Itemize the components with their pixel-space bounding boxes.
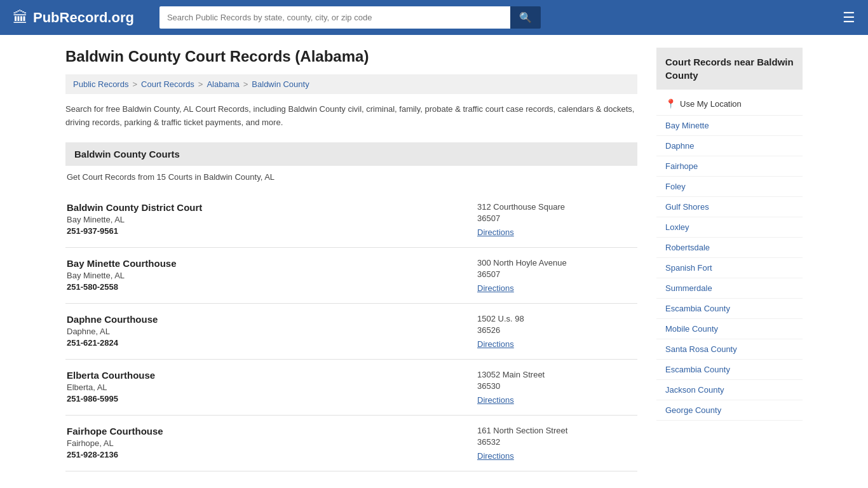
court-city: Bay Minette, AL: [67, 271, 465, 280]
directions-link[interactable]: Directions: [477, 339, 514, 349]
location-pin-icon: 📍: [665, 98, 676, 109]
court-city: Bay Minette, AL: [67, 215, 465, 224]
menu-icon[interactable]: ☰: [843, 10, 855, 26]
search-button[interactable]: 🔍: [510, 6, 541, 29]
court-phone: 251-928-2136: [67, 450, 465, 459]
sidebar-link-item[interactable]: Foley: [656, 177, 803, 197]
court-info: Bay Minette Courthouse Bay Minette, AL 2…: [67, 258, 465, 293]
sidebar-link-item[interactable]: Gulf Shores: [656, 197, 803, 217]
court-item: Fairhope Courthouse Fairhope, AL 251-928…: [65, 416, 637, 471]
court-info: Baldwin County District Court Bay Minett…: [67, 202, 465, 237]
breadcrumb-court-records[interactable]: Court Records: [141, 79, 194, 89]
court-address: 161 North Section Street 36532 Direction…: [477, 426, 636, 461]
sidebar-link-item[interactable]: Jackson County: [656, 380, 803, 400]
court-list: Baldwin County District Court Bay Minett…: [65, 192, 637, 471]
sidebar-link-item[interactable]: Mobile County: [656, 319, 803, 339]
directions-link[interactable]: Directions: [477, 451, 514, 461]
search-icon: 🔍: [519, 12, 532, 23]
sidebar: Court Records near Baldwin County 📍 Use …: [656, 48, 803, 471]
court-city: Elberta, AL: [67, 383, 465, 392]
court-street: 1502 U.s. 98: [477, 314, 636, 323]
search-input[interactable]: [159, 6, 510, 29]
breadcrumb-public-records[interactable]: Public Records: [73, 79, 128, 89]
court-phone: 251-986-5995: [67, 394, 465, 403]
court-item: Daphne Courthouse Daphne, AL 251-621-282…: [65, 304, 637, 360]
use-location-label: Use My Location: [680, 99, 742, 109]
court-zip: 36507: [477, 214, 636, 223]
logo-icon: 🏛: [13, 9, 28, 27]
court-address: 300 North Hoyle Avenue 36507 Directions: [477, 258, 636, 293]
breadcrumb-sep-2: >: [198, 79, 203, 89]
breadcrumb-sep-1: >: [132, 79, 137, 89]
court-city: Daphne, AL: [67, 327, 465, 336]
court-street: 300 North Hoyle Avenue: [477, 258, 636, 268]
court-info: Fairhope Courthouse Fairhope, AL 251-928…: [67, 426, 465, 461]
logo-text: PubRecord.org: [33, 10, 134, 26]
court-item: Elberta Courthouse Elberta, AL 251-986-5…: [65, 360, 637, 416]
sidebar-link-item[interactable]: Escambia County: [656, 360, 803, 380]
section-header: Baldwin County Courts: [65, 142, 637, 166]
section-subtext: Get Court Records from 15 Courts in Bald…: [65, 172, 637, 182]
court-address: 1502 U.s. 98 36526 Directions: [477, 314, 636, 349]
court-street: 13052 Main Street: [477, 370, 636, 379]
court-zip: 36530: [477, 381, 636, 391]
breadcrumb-sep-3: >: [243, 79, 248, 89]
sidebar-link-item[interactable]: Fairhope: [656, 156, 803, 177]
site-header: 🏛 PubRecord.org 🔍 ☰: [0, 0, 868, 35]
sidebar-link-item[interactable]: Spanish Fort: [656, 258, 803, 278]
court-name: Bay Minette Courthouse: [67, 258, 465, 269]
court-name: Daphne Courthouse: [67, 314, 465, 325]
directions-link[interactable]: Directions: [477, 395, 514, 405]
sidebar-link-item[interactable]: Loxley: [656, 217, 803, 238]
sidebar-link-item[interactable]: Bay Minette: [656, 116, 803, 136]
breadcrumb-baldwin-county[interactable]: Baldwin County: [252, 79, 309, 89]
court-info: Daphne Courthouse Daphne, AL 251-621-282…: [67, 314, 465, 349]
sidebar-link-item[interactable]: Daphne: [656, 136, 803, 156]
court-item: Bay Minette Courthouse Bay Minette, AL 2…: [65, 248, 637, 304]
court-phone: 251-937-9561: [67, 226, 465, 236]
content-area: Baldwin County Court Records (Alabama) P…: [65, 48, 637, 471]
court-item: Baldwin County District Court Bay Minett…: [65, 192, 637, 248]
directions-link[interactable]: Directions: [477, 227, 514, 237]
breadcrumb: Public Records > Court Records > Alabama…: [65, 74, 637, 94]
court-name: Elberta Courthouse: [67, 370, 465, 381]
court-zip: 36507: [477, 269, 636, 279]
court-info: Elberta Courthouse Elberta, AL 251-986-5…: [67, 370, 465, 405]
directions-link[interactable]: Directions: [477, 283, 514, 293]
court-name: Fairhope Courthouse: [67, 426, 465, 437]
sidebar-link-item[interactable]: Escambia County: [656, 299, 803, 319]
sidebar-header: Court Records near Baldwin County: [656, 48, 803, 90]
court-phone: 251-580-2558: [67, 282, 465, 292]
site-logo[interactable]: 🏛 PubRecord.org: [13, 9, 134, 27]
sidebar-link-item[interactable]: George County: [656, 400, 803, 421]
court-name: Baldwin County District Court: [67, 202, 465, 213]
court-street: 312 Courthouse Square: [477, 202, 636, 212]
court-address: 312 Courthouse Square 36507 Directions: [477, 202, 636, 237]
court-phone: 251-621-2824: [67, 338, 465, 348]
use-my-location[interactable]: 📍 Use My Location: [656, 92, 803, 116]
court-zip: 36532: [477, 437, 636, 447]
sidebar-link-item[interactable]: Santa Rosa County: [656, 339, 803, 360]
court-city: Fairhope, AL: [67, 438, 465, 448]
sidebar-link-item[interactable]: Summerdale: [656, 278, 803, 299]
page-title: Baldwin County Court Records (Alabama): [65, 48, 637, 65]
search-bar: 🔍: [159, 6, 541, 29]
court-address: 13052 Main Street 36530 Directions: [477, 370, 636, 405]
sidebar-links: Bay MinetteDaphneFairhopeFoleyGulf Shore…: [656, 116, 803, 421]
main-container: Baldwin County Court Records (Alabama) P…: [53, 35, 815, 484]
page-description: Search for free Baldwin County, AL Court…: [65, 103, 637, 130]
court-zip: 36526: [477, 325, 636, 335]
court-street: 161 North Section Street: [477, 426, 636, 435]
sidebar-link-item[interactable]: Robertsdale: [656, 238, 803, 258]
breadcrumb-alabama[interactable]: Alabama: [207, 79, 239, 89]
